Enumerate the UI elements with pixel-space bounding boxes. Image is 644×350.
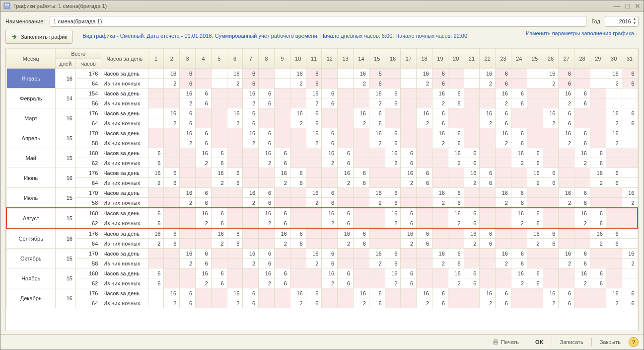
cell-hours[interactable] [211,88,227,98]
cell-night[interactable]: 6 [574,138,590,148]
cell-night[interactable]: 2 [338,178,354,188]
cell-night[interactable] [306,178,322,188]
cell-night[interactable]: 6 [290,239,306,249]
cell-hours[interactable] [180,208,196,218]
cell-night[interactable] [196,79,212,88]
cell-night[interactable] [243,158,259,168]
cell-night[interactable] [227,259,243,268]
cell-night[interactable]: 6 [338,218,354,229]
cell-hours[interactable] [369,168,385,178]
cell-hours[interactable] [164,208,180,218]
cell-night[interactable]: 2 [369,98,385,108]
cell-hours[interactable]: 6 [211,208,227,218]
cell-night[interactable]: 2 [559,259,574,268]
cell-hours[interactable] [354,128,369,138]
cell-hours[interactable]: 6 [622,288,638,298]
cell-hours[interactable]: 6 [574,88,590,98]
cell-hours[interactable] [354,188,369,198]
cell-hours[interactable]: 6 [559,288,574,298]
cell-hours[interactable] [401,108,417,118]
cell-night[interactable] [354,278,369,288]
cell-night[interactable] [559,158,574,168]
cell-hours[interactable] [606,88,622,98]
cell-night[interactable]: 6 [527,158,543,168]
cell-night[interactable] [148,98,164,108]
cell-night[interactable] [448,239,464,249]
cell-night[interactable]: 6 [369,79,385,88]
cell-night[interactable] [164,138,180,148]
cell-night[interactable]: 6 [543,239,559,249]
cell-hours[interactable] [290,128,306,138]
cell-hours[interactable]: 16 [496,188,511,198]
cell-night[interactable] [211,198,227,208]
cell-night[interactable] [338,138,354,148]
cell-night[interactable]: 2 [275,239,290,249]
cell-hours[interactable]: 16 [622,249,638,259]
cell-hours[interactable] [448,168,464,178]
cell-hours[interactable] [227,249,243,259]
cell-night[interactable]: 2 [511,158,527,168]
cell-hours[interactable] [590,108,606,118]
cell-hours[interactable] [401,288,417,298]
cell-night[interactable]: 2 [196,158,212,168]
cell-night[interactable] [417,218,432,229]
cell-night[interactable]: 2 [306,198,322,208]
cell-hours[interactable] [417,88,432,98]
cell-night[interactable] [606,98,622,108]
cell-hours[interactable]: 6 [606,228,622,239]
cell-hours[interactable]: 16 [164,108,180,118]
cell-hours[interactable]: 16 [322,148,338,158]
cell-night[interactable]: 2 [243,138,259,148]
cell-hours[interactable] [275,249,290,259]
cell-night[interactable]: 2 [417,79,432,88]
cell-hours[interactable]: 6 [432,69,448,79]
cell-night[interactable]: 2 [480,118,496,128]
cell-night[interactable]: 2 [290,79,306,88]
cell-hours[interactable]: 16 [417,288,432,298]
cell-night[interactable] [432,158,448,168]
cell-hours[interactable]: 16 [385,268,401,278]
cell-hours[interactable] [211,188,227,198]
cell-night[interactable]: 2 [480,79,496,88]
cell-hours[interactable] [354,208,369,218]
cell-night[interactable] [401,98,417,108]
cell-hours[interactable] [590,249,606,259]
cell-hours[interactable]: 16 [511,148,527,158]
cell-hours[interactable]: 16 [432,249,448,259]
cell-hours[interactable] [196,108,212,118]
cell-hours[interactable]: 16 [227,108,243,118]
cell-night[interactable]: 6 [527,218,543,229]
cell-hours[interactable]: 6 [369,108,385,118]
cell-hours[interactable] [622,228,638,239]
cell-night[interactable]: 2 [290,298,306,308]
cell-night[interactable] [322,118,338,128]
cell-hours[interactable] [543,128,559,138]
cell-night[interactable] [527,198,543,208]
cell-hours[interactable]: 6 [622,108,638,118]
cell-hours[interactable]: 6 [385,128,401,138]
cell-hours[interactable]: 16 [543,288,559,298]
cell-hours[interactable] [527,108,543,118]
cell-night[interactable]: 6 [622,79,638,88]
cell-hours[interactable]: 16 [211,228,227,239]
cell-night[interactable]: 6 [259,198,275,208]
schedule-grid[interactable]: Месяц Всего Часов за день 12345678910111… [5,48,639,331]
cell-night[interactable] [527,98,543,108]
cell-night[interactable] [401,79,417,88]
cell-hours[interactable]: 16 [432,128,448,138]
cell-hours[interactable]: 16 [417,69,432,79]
cell-hours[interactable] [227,88,243,98]
cell-hours[interactable] [290,268,306,278]
cell-hours[interactable]: 6 [243,288,259,298]
cell-hours[interactable]: 16 [306,249,322,259]
cell-night[interactable] [590,79,606,88]
cell-hours[interactable] [369,208,385,218]
cell-hours[interactable] [227,148,243,158]
cell-night[interactable]: 6 [432,298,448,308]
cell-hours[interactable] [275,128,290,138]
cell-hours[interactable]: 6 [622,69,638,79]
cell-night[interactable] [164,259,180,268]
cell-night[interactable] [543,278,559,288]
cell-night[interactable]: 6 [496,298,511,308]
cell-hours[interactable]: 6 [322,249,338,259]
